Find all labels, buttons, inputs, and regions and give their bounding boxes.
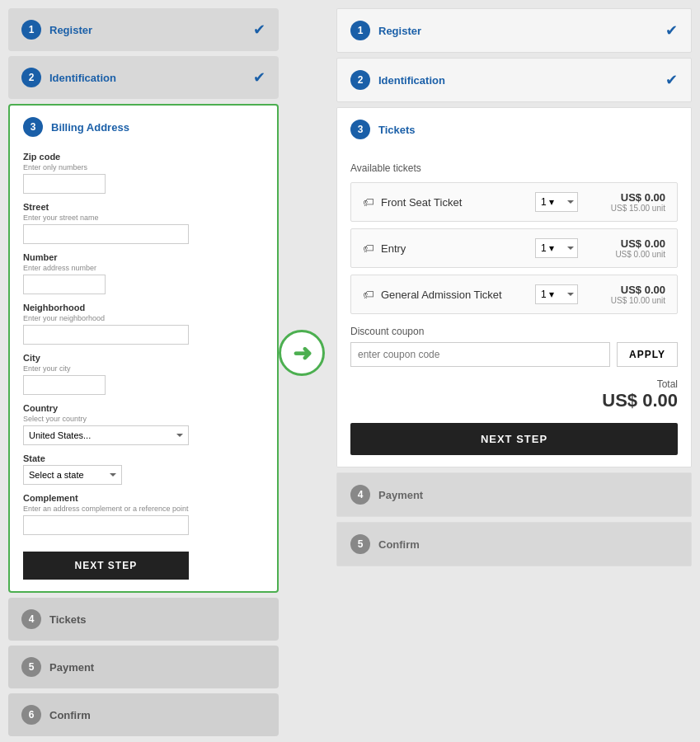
step-label-3: Billing Address — [51, 121, 129, 134]
left-step-2[interactable]: 2 Identification ✔ — [8, 56, 279, 99]
zip-label: Zip code — [23, 152, 189, 162]
left-step-5[interactable]: 5 Payment — [8, 646, 279, 688]
right-step-number-5: 5 — [350, 534, 370, 554]
ticket-row-3: 🏷 General Admission Ticket 1 ▾ US$ 0.00 … — [350, 275, 678, 314]
city-input[interactable] — [23, 375, 106, 395]
right-checkmark-1: ✔ — [665, 21, 678, 40]
step-label-4: Tickets — [49, 613, 87, 626]
state-select[interactable]: Select a state — [23, 465, 122, 485]
street-group: Street Enter your street name — [23, 202, 189, 244]
number-hint: Enter address number — [23, 264, 189, 272]
total-amount: US$ 0.00 — [602, 390, 678, 411]
ticket-price-1: US$ 0.00 — [591, 191, 665, 204]
ticket-qty-1[interactable]: 1 ▾ — [535, 192, 578, 212]
right-step-4[interactable]: 4 Payment — [336, 472, 692, 517]
complement-input[interactable] — [23, 515, 189, 535]
right-step-label-5: Confirm — [378, 538, 420, 551]
left-step-6[interactable]: 6 Confirm — [8, 693, 279, 736]
ticket-name-1: Front Seat Ticket — [381, 196, 462, 209]
ticket-name-2: Entry — [381, 242, 406, 255]
left-step-3: 3 Billing Address Zip code Enter only nu… — [8, 104, 279, 593]
discount-section: Discount coupon APPLY — [350, 326, 678, 367]
neighborhood-input[interactable] — [23, 325, 189, 345]
complement-label: Complement — [23, 493, 189, 503]
right-checkmark-2: ✔ — [665, 71, 678, 89]
right-step-label-3: Tickets — [378, 124, 416, 136]
number-label: Number — [23, 252, 189, 262]
right-step-label-1: Register — [378, 25, 421, 37]
step-label-6: Confirm — [49, 709, 91, 721]
state-label: State — [23, 453, 189, 463]
right-step-2[interactable]: 2 Identification ✔ — [336, 58, 692, 102]
total-label: Total — [657, 378, 678, 390]
country-select[interactable]: United States... — [23, 425, 189, 445]
left-step-4[interactable]: 4 Tickets — [8, 598, 279, 641]
number-input[interactable] — [23, 275, 106, 294]
ticket-unit-1: US$ 15.00 unit — [591, 204, 665, 213]
ticket-unit-3: US$ 10.00 unit — [591, 296, 665, 305]
ticket-qty-2[interactable]: 1 ▾ — [535, 238, 578, 258]
left-next-step-button[interactable]: NEXT STEP — [23, 552, 189, 580]
ticket-row-2: 🏷 Entry 1 ▾ US$ 0.00 US$ 0.00 unit — [350, 228, 678, 268]
street-label: Street — [23, 202, 189, 212]
checkmark-1: ✔ — [253, 21, 265, 39]
step-label-1: Register — [49, 24, 92, 36]
step-number-3: 3 — [23, 117, 43, 137]
coupon-input[interactable] — [350, 342, 610, 367]
right-step-number-4: 4 — [350, 485, 370, 505]
total-section: Total US$ 0.00 — [350, 367, 678, 420]
right-step-5[interactable]: 5 Confirm — [336, 522, 692, 566]
neighborhood-hint: Enter your neighborhood — [23, 314, 189, 322]
step-number-4: 4 — [21, 609, 41, 629]
arrow-right-icon: ➜ — [293, 340, 312, 367]
number-group: Number Enter address number — [23, 252, 189, 294]
left-step-1[interactable]: 1 Register ✔ — [8, 8, 279, 51]
checkmark-2: ✔ — [253, 68, 265, 87]
tickets-section: Available tickets 🏷 Front Seat Ticket 1 … — [337, 151, 691, 467]
available-tickets-label: Available tickets — [350, 162, 678, 174]
complement-hint: Enter an address complement or a referen… — [23, 505, 189, 513]
ticket-icon-1: 🏷 — [363, 195, 374, 209]
neighborhood-group: Neighborhood Enter your neighborhood — [23, 303, 189, 345]
complement-group: Complement Enter an address complement o… — [23, 493, 189, 535]
step-number-6: 6 — [21, 705, 41, 725]
step-number-1: 1 — [21, 20, 41, 40]
left-panel: 1 Register ✔ 2 Identification ✔ 3 Billin… — [0, 0, 287, 742]
street-input[interactable] — [23, 224, 189, 244]
state-group: State Select a state — [23, 453, 189, 485]
zip-hint: Enter only numbers — [23, 163, 189, 171]
zip-group: Zip code Enter only numbers — [23, 152, 189, 194]
arrow-indicator: ➜ — [279, 330, 325, 376]
ticket-unit-2: US$ 0.00 unit — [591, 250, 665, 259]
right-step-label-2: Identification — [378, 74, 445, 87]
country-hint: Select your country — [23, 415, 189, 423]
step-label-5: Payment — [49, 661, 94, 674]
city-group: City Enter your city — [23, 353, 189, 395]
right-step-number-3: 3 — [350, 120, 370, 139]
right-step-label-4: Payment — [378, 489, 423, 501]
ticket-price-2: US$ 0.00 — [591, 237, 665, 250]
step-number-2: 2 — [21, 68, 41, 87]
ticket-row-1: 🏷 Front Seat Ticket 1 ▾ US$ 0.00 US$ 15.… — [350, 182, 678, 222]
street-hint: Enter your street name — [23, 214, 189, 222]
right-panel: 1 Register ✔ 2 Identification ✔ 3 — [287, 0, 700, 742]
ticket-price-3: US$ 0.00 — [591, 284, 665, 296]
right-step-number-2: 2 — [350, 70, 370, 90]
right-step-3: 3 Tickets Available tickets 🏷 Front Seat… — [336, 107, 692, 467]
step-label-2: Identification — [49, 72, 116, 84]
zip-input[interactable] — [23, 174, 106, 194]
right-step-number-1: 1 — [350, 21, 370, 40]
step-number-5: 5 — [21, 657, 41, 677]
discount-label: Discount coupon — [350, 326, 678, 337]
country-group: Country Select your country United State… — [23, 403, 189, 445]
right-step-1[interactable]: 1 Register ✔ — [336, 8, 692, 53]
city-hint: Enter your city — [23, 364, 189, 373]
right-next-step-button[interactable]: NEXT STEP — [350, 423, 678, 455]
ticket-qty-3[interactable]: 1 ▾ — [535, 284, 578, 304]
ticket-icon-2: 🏷 — [363, 242, 374, 255]
billing-form: Zip code Enter only numbers Street Enter… — [23, 143, 189, 580]
country-label: Country — [23, 403, 189, 413]
apply-coupon-button[interactable]: APPLY — [617, 342, 678, 367]
neighborhood-label: Neighborhood — [23, 303, 189, 312]
ticket-name-3: General Admission Ticket — [381, 289, 502, 301]
